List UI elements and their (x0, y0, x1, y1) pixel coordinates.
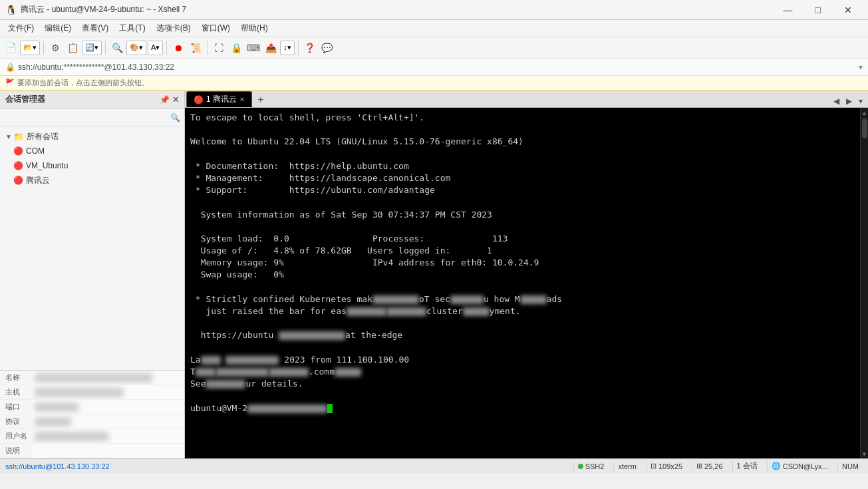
terminal-main: To escape to local shell, press 'Ctrl+Al… (185, 108, 868, 458)
terminal-scrollbar[interactable]: ▲ ▼ (860, 108, 868, 458)
toolbar-open-dropdown[interactable]: 📂▾ (20, 41, 40, 55)
tab-menu-button[interactable]: ▾ (856, 95, 865, 107)
tree-label-all-sessions: 所有会话 (27, 131, 59, 142)
main-area: 会话管理器 📌 ✕ 🔍 ▼ 📁 所有会话 🔴 COM 🔴 (0, 90, 868, 458)
redacted-14 (206, 380, 245, 389)
toolbar-transfer[interactable]: ↕▾ (280, 41, 295, 55)
tree-item-tencent[interactable]: 🔴 腾讯云 (0, 173, 184, 188)
status-dot-icon (578, 464, 583, 469)
menu-tabs[interactable]: 选项卡(B) (151, 21, 196, 36)
status-num-label: NUM (842, 462, 859, 470)
toolbar-restore[interactable]: 🔄▾ (82, 41, 102, 55)
info-blur-port (35, 403, 78, 412)
status-bar: ssh://ubuntu@101.43.130.33:22 SSH2 xterm… (0, 458, 868, 473)
toolbar-keyboard[interactable]: ⌨ (245, 40, 261, 56)
tab-tencent[interactable]: 🔴 1 腾讯云 ✕ (186, 91, 252, 107)
tree-item-vm-ubuntu[interactable]: 🔴 VM_Ubuntu (0, 158, 184, 173)
redacted-7 (279, 331, 345, 340)
size-icon: ⊡ (651, 462, 656, 470)
redacted-6 (463, 307, 490, 316)
redacted-9 (225, 356, 279, 365)
info-value-name (32, 371, 184, 385)
tab-close-button[interactable]: ✕ (239, 96, 245, 103)
scroll-track[interactable] (861, 117, 868, 449)
toolbar-help[interactable]: ❓ (302, 40, 318, 56)
toolbar-font[interactable]: A▾ (148, 41, 163, 55)
session-panel-header: 会话管理器 📌 ✕ (0, 90, 184, 109)
info-blur-name (35, 373, 152, 383)
tab-next-button[interactable]: ▶ (843, 95, 855, 107)
session-pin-icon[interactable]: 📌 (160, 95, 170, 104)
status-position: ⊞ 25,26 (692, 462, 727, 470)
scroll-up-button[interactable]: ▲ (861, 108, 869, 117)
info-row-name: 名称 (0, 371, 184, 385)
tree-item-com[interactable]: 🔴 COM (0, 144, 184, 158)
maximize-button[interactable]: □ (803, 0, 833, 20)
info-value-desc (32, 444, 184, 458)
toolbar-find[interactable]: 🔍 (109, 40, 125, 56)
toolbar-script[interactable]: 📜 (188, 40, 204, 56)
session-icon-tencent: 🔴 (13, 176, 23, 185)
toolbar-sftp[interactable]: 📤 (263, 40, 279, 56)
tab-bar: 🔴 1 腾讯云 ✕ + ◀ ▶ ▾ (185, 90, 868, 108)
tab-add-button[interactable]: + (253, 92, 268, 107)
toolbar-new-session[interactable]: 📄 (3, 40, 19, 56)
tree-label-vm-ubuntu: VM_Ubuntu (26, 161, 68, 170)
tab-icon: 🔴 (194, 95, 204, 104)
search-icon[interactable]: 🔍 (170, 113, 180, 122)
info-value-port (32, 400, 184, 414)
redacted-11 (216, 368, 269, 377)
menu-help[interactable]: 帮助(H) (235, 21, 273, 36)
minimize-button[interactable]: — (773, 0, 803, 20)
menu-edit[interactable]: 编辑(E) (39, 21, 76, 36)
redacted-5 (386, 307, 426, 316)
tab-nav: ◀ ▶ ▾ (831, 95, 868, 107)
toolbar-chat[interactable]: 💬 (319, 40, 335, 56)
toolbar-separator-2 (105, 41, 106, 55)
status-num: NUM (837, 462, 863, 470)
tree-item-all-sessions[interactable]: ▼ 📁 所有会话 (0, 129, 184, 144)
info-row-desc: 说明 (0, 444, 184, 458)
scroll-thumb[interactable] (862, 118, 867, 138)
menu-tools[interactable]: 工具(T) (114, 21, 150, 36)
info-blur-protocol (35, 417, 71, 426)
session-search-input[interactable] (4, 114, 170, 122)
pos-icon: ⊞ (696, 462, 702, 470)
tree-label-tencent: 腾讯云 (26, 175, 50, 186)
toolbar-properties[interactable]: ⚙ (47, 40, 63, 56)
info-blur-host (35, 388, 123, 397)
menu-file[interactable]: 文件(F) (3, 21, 39, 36)
info-value-protocol (32, 414, 184, 428)
info-flag-icon: 🚩 (5, 79, 15, 87)
ssh-dropdown-arrow[interactable]: ▾ (859, 63, 863, 72)
status-right: SSH2 xterm ⊡ 109x25 ⊞ 25,26 1 会话 🌐 CSDN@… (573, 461, 863, 471)
toolbar-fullscreen[interactable]: ⛶ (211, 40, 227, 56)
close-button[interactable]: ✕ (833, 0, 863, 20)
window-controls: — □ ✕ (773, 0, 863, 20)
redacted-3 (520, 295, 547, 304)
terminal-screen[interactable]: To escape to local shell, press 'Ctrl+Al… (185, 108, 860, 458)
toolbar-record[interactable]: ⏺ (170, 40, 186, 56)
status-size: ⊡ 109x25 (646, 462, 686, 470)
status-ssh-url: ssh://ubuntu@101.43.130.33:22 (5, 462, 568, 470)
info-label-desc: 说明 (0, 446, 32, 456)
menu-window[interactable]: 窗口(W) (196, 21, 235, 36)
toolbar-lock[interactable]: 🔒 (228, 40, 244, 56)
scroll-down-button[interactable]: ▼ (861, 449, 869, 458)
session-tree: ▼ 📁 所有会话 🔴 COM 🔴 VM_Ubuntu 🔴 腾讯云 (0, 126, 184, 370)
toolbar-color[interactable]: 🎨▾ (126, 41, 146, 55)
tab-label: 1 腾讯云 (206, 94, 237, 105)
status-size-label: 109x25 (658, 462, 682, 470)
redacted-13 (335, 368, 361, 377)
status-ssh-label: SSH2 (585, 462, 605, 470)
tree-label-com: COM (26, 146, 45, 156)
ssh-bar: 🔒 ssh://ubuntu:*************@101.43.130.… (0, 59, 868, 76)
menu-view[interactable]: 查看(V) (76, 21, 114, 36)
redacted-2 (450, 295, 484, 304)
session-close-icon[interactable]: ✕ (172, 95, 179, 104)
tab-prev-button[interactable]: ◀ (831, 95, 842, 107)
toolbar-copy[interactable]: 📋 (65, 40, 80, 56)
redacted-15 (247, 405, 327, 413)
window-title: 腾讯云 - ubuntu@VM-24-9-ubuntu: ~ - Xshell … (21, 4, 773, 15)
info-label-port: 端口 (0, 402, 32, 412)
